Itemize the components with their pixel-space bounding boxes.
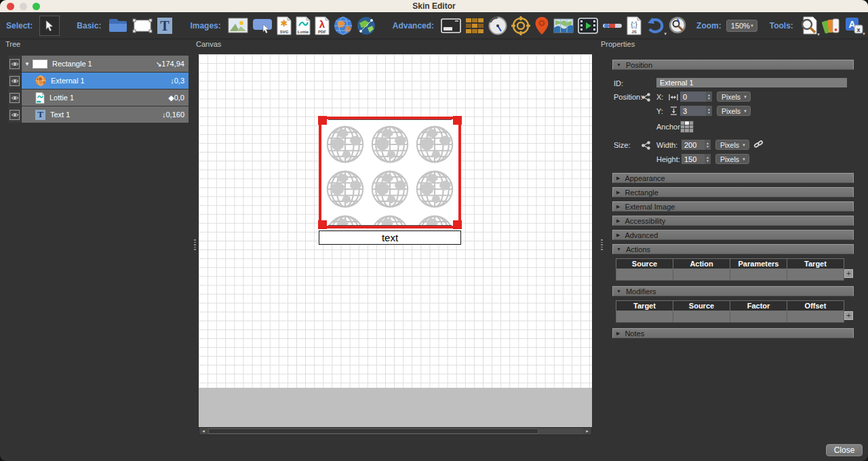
actions-empty-row[interactable] [616,269,844,281]
pin-button[interactable] [534,16,549,35]
selection-handle-bottom-left[interactable] [318,220,327,229]
window-element-button[interactable] [441,18,461,33]
sphere-button[interactable] [334,16,353,35]
unit-value: Pixels [722,93,741,101]
lock-aspect-link-icon[interactable] [753,140,764,149]
visibility-eye-button[interactable] [9,59,20,69]
actions-col-target[interactable]: Target [787,258,844,269]
y-unit-dropdown[interactable]: Pixels ▼ [717,106,751,116]
section-header-accessibility[interactable]: ▶ Accessibility [612,216,854,226]
height-stepper[interactable]: ▲ ▼ [705,154,711,164]
zoom-window-button[interactable] [33,3,40,10]
disclosure-triangle-icon[interactable]: ▼ [24,61,33,67]
section-label: Accessibility [625,217,665,225]
modifiers-col-factor[interactable]: Factor [730,300,787,311]
lottie-file-button[interactable]: Lottie [296,16,311,35]
map-button[interactable] [553,18,574,33]
basic-text-button[interactable]: T [157,17,173,35]
stepper-down-icon[interactable]: ▼ [706,159,709,163]
selection-handle-bottom-right[interactable] [453,220,462,229]
id-field[interactable]: External 1 [656,78,847,87]
compass-button[interactable] [511,16,530,35]
position-node-icon[interactable] [642,93,650,102]
add-modifier-button[interactable]: + [844,311,853,320]
tree-row-external-1[interactable]: External 1 ↓0,3 [8,73,189,89]
actions-col-action[interactable]: Action [673,258,730,269]
text-element[interactable]: text [319,230,461,245]
scroll-right-arrow-icon[interactable]: ▸ [583,428,591,435]
selection-handle-top-left[interactable] [318,116,327,125]
modifiers-col-offset[interactable]: Offset [787,300,844,311]
minimize-window-button[interactable] [20,3,27,10]
scroll-left-arrow-icon[interactable]: ◂ [199,428,208,435]
tree-canvas-splitter[interactable] [192,39,199,437]
height-unit-dropdown[interactable]: Pixels ▼ [715,154,749,164]
canvas-properties-splitter[interactable] [599,39,606,437]
color-swatches-button[interactable] [822,17,841,35]
tree-row-text-1[interactable]: T Text 1 ↓0,160 [8,106,189,123]
canvas-grid[interactable]: text [199,54,592,388]
tree-item-label: Rectangle 1 [52,60,92,68]
hotspot-button[interactable] [252,18,273,34]
section-header-appearance[interactable]: ▶ Appearance [612,173,854,183]
section-header-rectangle[interactable]: ▶ Rectangle [612,187,854,197]
panorama-button[interactable] [357,16,376,35]
canvas-horizontal-scrollbar[interactable]: ◂ ▸ [199,427,592,435]
visibility-eye-button[interactable] [9,93,20,103]
height-input[interactable]: 150 [682,154,705,164]
image-button[interactable] [228,18,248,33]
pdf-file-button[interactable]: λPDF [315,16,330,35]
size-node-icon[interactable] [642,141,650,150]
x-stepper[interactable]: ▲ ▼ [706,92,712,102]
anchor-selector[interactable] [680,121,694,133]
basic-rectangle-button[interactable] [132,18,153,33]
modifiers-col-target[interactable]: Target [616,300,673,311]
actions-col-source[interactable]: Source [616,258,673,269]
width-stepper[interactable]: ▲ ▼ [705,140,711,150]
section-header-modifiers[interactable]: ▼ Modifiers [612,286,854,296]
visibility-eye-button[interactable] [9,76,20,86]
basic-container-button[interactable] [108,18,128,33]
tree-row-lottie-1[interactable]: Lottie 1 ◆0,0 [8,89,189,106]
section-header-external-image[interactable]: ▶ External Image [612,201,854,212]
add-action-button[interactable]: + [844,269,853,278]
section-header-actions[interactable]: ▼ Actions [612,244,854,254]
section-header-position[interactable]: ▼ Position [612,60,854,70]
range-slider-button[interactable] [602,22,623,30]
width-input[interactable]: 200 [682,140,705,150]
modifiers-empty-row[interactable] [616,311,844,323]
section-header-notes[interactable]: ▶ Notes [612,328,854,338]
advanced-label: Advanced: [393,21,434,31]
stepper-down-icon[interactable]: ▼ [707,97,711,100]
y-input[interactable]: 3 [680,106,706,116]
timer-button[interactable] [488,16,507,35]
find-button[interactable]: ▼ [800,16,818,35]
actions-col-parameters[interactable]: Parameters [730,258,787,269]
zoom-level-dropdown[interactable]: 150% ▼ [726,20,757,32]
width-unit-dropdown[interactable]: Pixels ▼ [715,140,749,150]
tree-row-rectangle-1[interactable]: ▼ Rectangle 1 ↘174,94 [8,56,189,72]
y-stepper[interactable]: ▲ ▼ [706,106,712,116]
visibility-eye-button[interactable] [9,110,20,120]
selection-handle-top-right[interactable] [453,116,462,125]
selected-external-image-element[interactable] [319,117,461,228]
canvas-area[interactable]: text [199,54,592,427]
select-label: Select: [6,21,33,31]
x-input[interactable]: 0 [680,92,706,102]
javascript-file-button[interactable]: {;}JS [627,16,642,35]
stepper-down-icon[interactable]: ▼ [706,145,709,148]
thumbnail-grid-button[interactable] [465,18,484,34]
video-button[interactable] [578,18,598,34]
x-unit-dropdown[interactable]: Pixels ▼ [717,92,751,102]
section-header-advanced[interactable]: ▶ Advanced [612,230,854,240]
select-tool-button[interactable] [39,16,60,36]
modifiers-col-source[interactable]: Source [673,300,730,311]
close-window-button[interactable] [7,3,14,10]
zoom-tool-button[interactable] [669,16,688,35]
undo-button[interactable]: ▼ [646,17,665,35]
scrollbar-thumb[interactable] [208,428,538,434]
close-button[interactable]: Close [826,444,863,456]
stepper-down-icon[interactable]: ▼ [707,111,711,115]
translate-button[interactable]: Ax ▼ [845,17,863,35]
svg-file-button[interactable]: ✱SVG [277,16,292,35]
